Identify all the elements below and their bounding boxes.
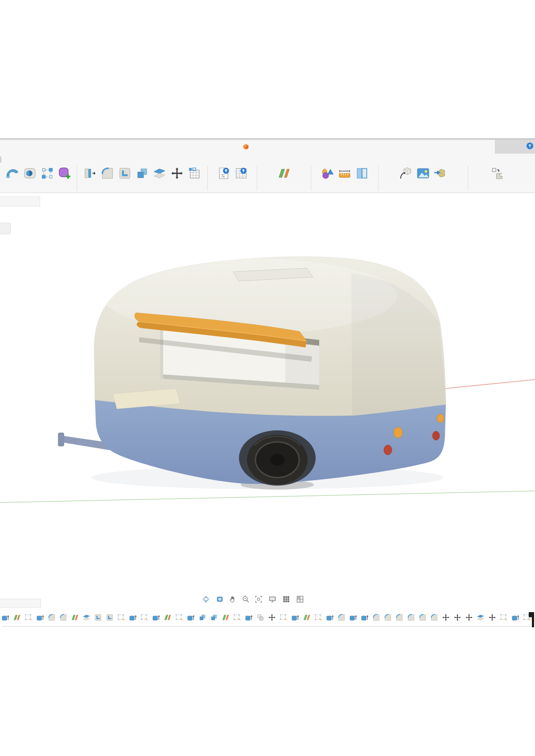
zoom-tool[interactable] [241,595,250,604]
clipped-menu-item [0,156,1,163]
extrude-feature-icon[interactable] [186,613,195,622]
grid-display-icon [282,595,291,604]
fit-tool[interactable] [254,595,264,604]
group-label-creer[interactable] [37,184,39,192]
group-label-inserer[interactable] [422,184,424,192]
fillet-feature-icon[interactable] [383,613,392,622]
construction-plane-feature-icon[interactable] [302,613,311,622]
sketch-feature-icon[interactable] [314,613,323,622]
insert-image-icon[interactable] [416,166,431,181]
tail-light-red-right [432,431,440,440]
move-feature-icon[interactable] [453,613,462,622]
group-label-modifier[interactable] [141,184,143,192]
group-label-configurer[interactable] [231,184,233,192]
group-label-assembler[interactable] [496,184,498,192]
hole-icon[interactable] [22,166,37,181]
analysis-shapes-icon[interactable] [320,166,335,181]
construction-plane-icon[interactable] [276,166,292,181]
sketch-feature-icon[interactable] [175,613,184,622]
shell-icon[interactable] [117,166,132,181]
tail-light-red-left [384,445,392,455]
move-feature-icon[interactable] [488,613,497,622]
pan-tool[interactable] [228,595,237,604]
configuration-document-icon[interactable] [216,166,231,181]
look-at-tool[interactable] [215,595,224,604]
wheel [239,430,316,486]
tail-light-orange-right [437,414,444,423]
shell-feature-icon[interactable] [105,613,114,622]
grid-display-tool[interactable] [282,595,292,604]
move-feature-icon[interactable] [268,613,276,622]
extrude-feature-icon[interactable] [244,613,253,622]
construction-plane-feature-icon[interactable] [163,613,172,622]
construction-plane-feature-icon[interactable] [12,613,21,622]
extrude-feature-icon[interactable] [36,613,45,622]
section-analysis-icon[interactable] [354,166,370,181]
ribbon-group-inspecter [311,163,378,192]
measure-icon[interactable] [337,166,352,181]
browser-clipped-text[interactable] [0,223,11,234]
sketch-feature-icon[interactable] [499,613,508,622]
fusion-document-icon [242,143,250,151]
group-label-inspecter[interactable] [344,184,346,192]
extrude-feature-icon[interactable] [128,613,137,622]
display-settings-tool[interactable] [268,595,278,604]
fillet-feature-icon[interactable] [337,613,346,622]
revolve-icon[interactable] [5,166,20,181]
fillet-feature-icon[interactable] [59,613,68,622]
fillet-feature-icon[interactable] [407,613,416,622]
ribbon-group-creer [0,163,77,192]
fillet-feature-icon[interactable] [395,613,404,622]
extrude-feature-icon[interactable] [1,613,10,622]
sync-status-icon[interactable] [526,142,534,150]
viewports-tool[interactable] [296,595,305,604]
combine-feature-icon[interactable] [198,613,207,622]
copy-feature-icon[interactable] [256,613,265,622]
sketch-feature-icon[interactable] [233,613,242,622]
construction-plane-feature-icon[interactable] [221,613,230,622]
offset-face-feature-icon[interactable] [476,613,485,622]
extrude-feature-icon[interactable] [511,613,520,622]
sketch-feature-icon[interactable] [24,613,33,622]
extrude-feature-icon[interactable] [349,613,358,622]
presspull-icon[interactable] [82,166,98,181]
orbit-tool[interactable] [202,595,211,604]
parameters-icon[interactable] [187,166,202,181]
assemble-icon[interactable] [490,166,505,181]
viewport-3d[interactable] [0,193,535,611]
combine-feature-icon[interactable] [210,613,218,622]
extrude-feature-icon[interactable] [325,613,334,622]
shell-feature-icon[interactable] [94,613,103,622]
hotdog-trailer-model[interactable] [58,257,446,490]
form-icon[interactable] [57,166,72,181]
move-icon[interactable] [169,166,185,181]
fillet-feature-icon[interactable] [430,613,439,622]
fillet-feature-icon[interactable] [47,613,56,622]
offset-face-feature-icon[interactable] [82,613,91,622]
sketch-feature-icon[interactable] [117,613,126,622]
offset-face-icon[interactable] [152,166,167,181]
construction-plane-feature-icon[interactable] [70,613,79,622]
timeline [0,611,535,630]
view-navigation-bar [202,593,305,605]
extrude-feature-icon[interactable] [360,613,369,622]
move-feature-icon[interactable] [465,613,473,622]
derive-icon[interactable] [398,166,413,181]
combine-icon[interactable] [135,166,150,181]
decal-icon[interactable] [433,166,448,181]
jockey-wheel [58,433,64,446]
configuration-table-icon[interactable] [234,166,249,181]
fillet-icon[interactable] [100,166,115,181]
extrude-feature-icon[interactable] [152,613,160,622]
sketch-feature-icon[interactable] [140,613,149,622]
document-tab[interactable] [0,140,495,154]
fillet-feature-icon[interactable] [372,613,381,622]
fillet-feature-icon[interactable] [418,613,427,622]
pattern-icon[interactable] [40,166,55,181]
sketch-feature-icon[interactable] [279,613,288,622]
move-feature-icon[interactable] [441,613,450,622]
y-axis-line [0,491,535,503]
ribbon-group-configurer [208,163,257,192]
extrude-feature-icon[interactable] [291,613,300,622]
group-label-construire[interactable] [283,184,285,192]
